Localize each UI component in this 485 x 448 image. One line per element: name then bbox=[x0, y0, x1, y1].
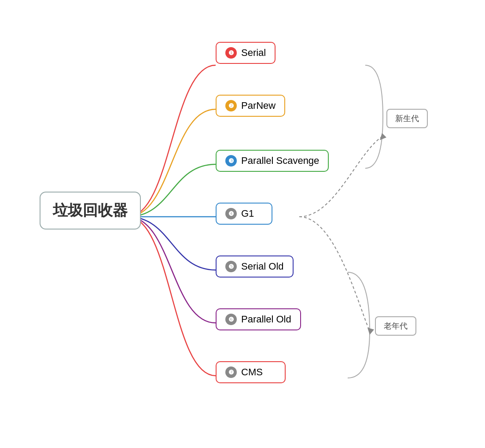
badge-serialold: ❺ bbox=[225, 261, 237, 272]
label-old: 老年代 bbox=[375, 316, 416, 336]
svg-marker-0 bbox=[380, 133, 386, 140]
label-g1: G1 bbox=[241, 208, 254, 219]
node-parallelold: ❻ Parallel Old bbox=[216, 308, 301, 330]
label-serialold: Serial Old bbox=[241, 261, 284, 272]
badge-serial: ❶ bbox=[225, 47, 237, 59]
label-serial: Serial bbox=[241, 47, 266, 59]
badge-g1: ❹ bbox=[225, 208, 237, 219]
badge-cms: ❼ bbox=[225, 367, 237, 378]
root-label: 垃圾回收器 bbox=[53, 200, 128, 221]
badge-parallelold: ❻ bbox=[225, 314, 237, 325]
label-parallelold: Parallel Old bbox=[241, 314, 291, 325]
node-parnew: ❷ ParNew bbox=[216, 95, 285, 117]
label-parscav: Parallel Scavenge bbox=[241, 155, 319, 167]
label-cms: CMS bbox=[241, 367, 263, 378]
badge-parnew: ❷ bbox=[225, 100, 237, 111]
root-node: 垃圾回收器 bbox=[40, 192, 141, 230]
node-serial: ❶ Serial bbox=[216, 42, 276, 64]
badge-parscav: ❸ bbox=[225, 155, 237, 167]
label-young: 新生代 bbox=[386, 109, 428, 128]
diagram: 垃圾回收器 ❶ Serial ❷ ParNew ❸ Parallel Scave… bbox=[0, 0, 485, 448]
label-parnew: ParNew bbox=[241, 100, 276, 111]
node-cms: ❼ CMS bbox=[216, 361, 286, 383]
node-g1: ❹ G1 bbox=[216, 203, 272, 225]
node-parscav: ❸ Parallel Scavenge bbox=[216, 150, 329, 172]
node-serialold: ❺ Serial Old bbox=[216, 255, 294, 278]
svg-marker-1 bbox=[367, 328, 374, 335]
